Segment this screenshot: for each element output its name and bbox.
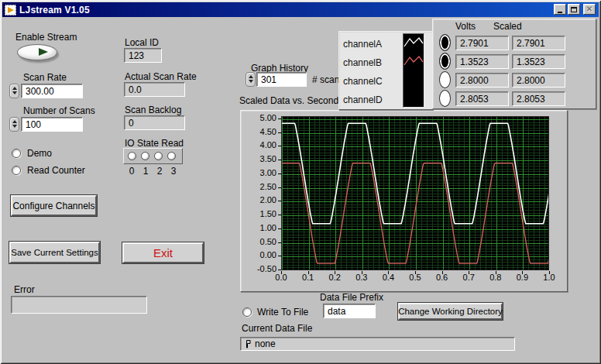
exit-button[interactable]: Exit [122,242,204,263]
y-tick-mark [278,132,281,133]
current-data-file-label: Current Data File [242,323,312,334]
x-tick-mark [496,271,496,274]
x-tick-mark [281,271,282,274]
number-of-scans-input[interactable]: 100 [21,117,83,132]
window-title: LJstream V1.05 [19,5,90,15]
configure-channels-button[interactable]: Configure Channels [11,195,97,216]
save-current-settings-button[interactable]: Save Current Settings [9,242,100,263]
scan-rate-label: Scan Rate [23,72,67,83]
y-tick-mark [278,201,281,201]
y-tick-label: 3.00 [242,168,276,177]
y-tick-mark [278,187,281,188]
volts-value-1: 1.3523 [455,54,509,69]
plot-visibility-indicator[interactable] [439,71,451,88]
number-of-scans-label: Number of Scans [23,105,95,116]
decrement-icon[interactable] [249,80,253,83]
legend-waveform-sample [404,74,424,86]
demo-label: Demo [27,148,52,159]
plot-visibility-indicator[interactable] [439,34,451,51]
increment-icon[interactable] [12,120,17,123]
y-tick-label: 0.00 [242,250,276,259]
y-tick-mark [278,215,281,215]
minimize-icon [558,12,562,13]
write-to-file-radio[interactable] [242,307,252,317]
y-tick-mark [278,118,281,119]
legend-item-channelD[interactable]: channelD [343,91,383,108]
scaled-header: Scaled [493,21,522,32]
legend-waveform-sample [404,92,424,105]
io-led-3 [167,152,176,160]
y-tick-label: 2.50 [242,182,276,191]
scaled-value-3: 2.8053 [512,91,565,106]
error-label: Error [14,284,35,295]
graph-title: Scaled Data vs. Seconds [239,95,343,106]
y-tick-label: 3.50 [242,154,276,163]
increment-icon[interactable] [12,87,17,90]
scan-rate-stepper[interactable] [9,84,19,98]
enable-stream-label: Enable Stream [15,32,77,43]
y-tick-label: 1.50 [242,209,276,218]
legend-item-channelC[interactable]: channelC [343,73,383,90]
maximize-icon [571,7,577,12]
scan-backlog-field: 0 [124,115,185,130]
x-tick-mark [362,271,362,274]
x-tick-mark [522,271,523,274]
read-counter-label: Read Counter [27,165,85,176]
graph-history-input[interactable]: 301 [256,72,307,87]
change-working-directory-button[interactable]: Change Working Directory [398,303,503,320]
waveform-plot [281,116,549,270]
y-tick-mark [278,228,281,229]
y-tick-mark [278,173,281,174]
y-tick-label: 0.50 [242,237,276,246]
close-button[interactable]: ✕ [583,4,596,15]
minimize-button[interactable] [554,4,566,15]
decrement-icon[interactable] [12,91,17,94]
current-data-file-value: none [255,338,276,349]
volts-value-3: 2.8053 [455,91,509,106]
window-titlebar[interactable]: LJstream V1.05 ✕ [2,2,599,17]
data-file-prefix-label: Data File Prefix [320,292,383,303]
scan-rate-input[interactable]: 300.00 [21,84,83,98]
enable-stream-switch[interactable] [17,44,57,60]
plot-visibility-indicator[interactable] [439,90,451,107]
number-of-scans-stepper[interactable] [9,117,19,132]
y-tick-label: 5.00 [242,113,276,122]
x-tick-mark [335,271,335,274]
legend-item-channelA[interactable]: channelA [343,36,382,53]
x-tick-mark [549,271,550,274]
scan-backlog-label: Scan Backlog [125,105,181,115]
maximize-button[interactable] [568,4,580,15]
graph-history-stepper[interactable] [246,72,256,87]
x-tick-mark [308,271,309,274]
legend-item-channelB[interactable]: channelB [343,54,382,71]
io-bit-label: 2 [155,166,164,177]
y-tick-mark [278,146,281,146]
y-tick-mark [278,160,281,160]
local-id-label: Local ID [125,37,159,48]
app-window: LJstream V1.05 ✕ Enable Stream Scan Rate… [0,0,601,364]
scaled-value-1: 1.3523 [512,54,565,69]
data-file-prefix-input[interactable]: data [323,304,376,318]
io-led-2 [154,152,163,160]
scaled-value-0: 2.7901 [512,36,565,50]
x-tick-mark [415,271,416,274]
y-tick-label: 4.00 [242,140,276,149]
legend-waveform-sample [404,36,424,49]
read-counter-radio[interactable] [12,166,21,175]
increment-icon[interactable] [249,75,253,78]
actual-scan-rate-field: 0.0 [124,82,185,97]
volts-value-0: 2.7901 [455,36,509,50]
y-tick-label: 1.00 [242,223,276,232]
volts-header: Volts [455,21,476,32]
io-bit-label: 1 [141,166,150,177]
y-tick-mark [278,242,281,243]
demo-radio[interactable] [12,149,21,158]
x-tick-mark [442,271,443,274]
close-icon: ✕ [586,5,592,13]
plot-visibility-indicator[interactable] [439,53,451,70]
decrement-icon[interactable] [12,125,17,128]
local-id-input[interactable]: 123 [124,48,162,63]
error-field [11,296,147,314]
path-type-icon [245,339,252,349]
io-led-1 [141,152,149,160]
